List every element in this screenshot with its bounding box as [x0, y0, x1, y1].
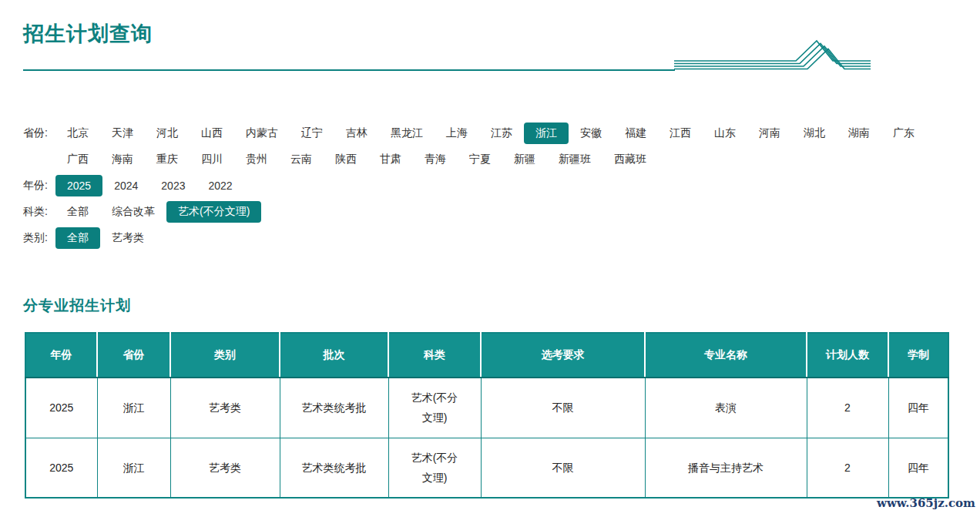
table-header-cell: 学制: [888, 333, 948, 378]
subject-option[interactable]: 全部: [55, 201, 100, 223]
watermark: www.365jz.com: [877, 496, 975, 510]
province-option[interactable]: 山西: [190, 123, 234, 144]
province-option[interactable]: 上海: [435, 123, 479, 144]
province-option[interactable]: 天津: [100, 123, 145, 144]
table-cell: 四年: [888, 378, 948, 438]
category-option-selected[interactable]: 全部: [55, 227, 100, 249]
section-title: 分专业招生计划: [23, 296, 131, 316]
province-option[interactable]: 西藏班: [602, 149, 658, 170]
province-options-line-1: 北京 天津 河北 山西 内蒙古 辽宁 吉林 黑龙江 上海 江苏 浙江 安徽 福建…: [55, 120, 949, 146]
table-header-cell: 计划人数: [807, 333, 888, 378]
table-header-cell: 选考要求: [481, 333, 645, 378]
table-header-cell: 省份: [97, 333, 170, 378]
table-cell: 表演: [645, 378, 807, 438]
subject-filter-label: 科类:: [23, 199, 55, 225]
admission-plan-table: 年份 省份 类别 批次 科类 选考要求 专业名称 计划人数 学制 2025 浙江…: [25, 332, 949, 499]
province-option[interactable]: 新疆班: [547, 149, 602, 170]
province-options-line-2: 广西 海南 重庆 四川 贵州 云南 陕西 甘肃 青海 宁夏 新疆 新疆班 西藏班: [55, 146, 949, 173]
table-cell: 2: [807, 438, 888, 498]
province-option[interactable]: 江苏: [479, 123, 524, 144]
province-option[interactable]: 新疆: [502, 149, 547, 170]
table-cell: 2025: [25, 378, 97, 438]
province-option-selected[interactable]: 浙江: [524, 123, 569, 144]
year-option[interactable]: 2023: [149, 175, 196, 196]
table-cell: 浙江: [97, 378, 170, 438]
province-option[interactable]: 河北: [145, 123, 190, 144]
province-option[interactable]: 福建: [613, 123, 658, 144]
table-cell: 艺术类统考批: [280, 378, 388, 438]
province-option[interactable]: 安徽: [569, 123, 613, 144]
province-option[interactable]: 江西: [658, 123, 703, 144]
year-option-selected[interactable]: 2025: [55, 175, 102, 196]
province-option[interactable]: 山东: [703, 123, 747, 144]
table-cell: 2025: [25, 438, 97, 498]
province-option[interactable]: 甘肃: [368, 149, 413, 170]
table-cell: 四年: [888, 438, 948, 498]
province-option[interactable]: 黑龙江: [379, 123, 435, 144]
province-option[interactable]: 宁夏: [458, 149, 502, 170]
year-option[interactable]: 2022: [196, 175, 243, 196]
year-filter-label: 年份:: [23, 173, 55, 199]
table-cell: 艺术(不分文理): [388, 378, 481, 438]
table-cell: 播音与主持艺术: [645, 438, 807, 498]
table-row: 2025 浙江 艺考类 艺术类统考批 艺术(不分文理) 不限 表演 2 四年: [25, 378, 948, 438]
subject-option[interactable]: 综合改革: [100, 201, 166, 223]
category-filter-label: 类别:: [23, 225, 55, 251]
province-option[interactable]: 湖北: [792, 123, 837, 144]
table-cell: 艺考类: [170, 378, 280, 438]
province-option[interactable]: 河南: [747, 123, 792, 144]
filter-panel: 省份: 北京 天津 河北 山西 内蒙古 辽宁 吉林 黑龙江 上海 江苏 浙江 安…: [23, 120, 957, 251]
table-cell: 艺术(不分文理): [388, 438, 481, 498]
year-option[interactable]: 2024: [102, 175, 149, 196]
province-option[interactable]: 陕西: [324, 149, 368, 170]
table-cell: 不限: [481, 438, 645, 498]
table-cell: 浙江: [97, 438, 170, 498]
category-option[interactable]: 艺考类: [100, 227, 156, 249]
table-header-cell: 类别: [170, 333, 280, 378]
province-filter-label: 省份:: [23, 120, 55, 146]
filter-row-province: 省份: 北京 天津 河北 山西 内蒙古 辽宁 吉林 黑龙江 上海 江苏 浙江 安…: [23, 120, 957, 173]
table-header-cell: 年份: [25, 333, 97, 378]
province-option[interactable]: 吉林: [334, 123, 379, 144]
province-option[interactable]: 广西: [55, 149, 100, 170]
table-header-cell: 批次: [280, 333, 388, 378]
table-cell: 艺术类统考批: [280, 438, 388, 498]
province-option[interactable]: 青海: [413, 149, 458, 170]
province-option[interactable]: 重庆: [145, 149, 190, 170]
filter-row-year: 年份: 2025 2024 2023 2022: [23, 173, 957, 199]
province-option[interactable]: 湖南: [837, 123, 881, 144]
table-header-cell: 科类: [388, 333, 481, 378]
province-option[interactable]: 海南: [100, 149, 145, 170]
table-cell: 不限: [481, 378, 645, 438]
province-option[interactable]: 辽宁: [290, 123, 334, 144]
province-option[interactable]: 北京: [55, 123, 100, 144]
decorative-wave-lines-icon: [23, 29, 871, 76]
subject-option-selected[interactable]: 艺术(不分文理): [166, 201, 261, 223]
province-option[interactable]: 云南: [279, 149, 324, 170]
filter-row-subject: 科类: 全部 综合改革 艺术(不分文理): [23, 199, 957, 225]
table-header-row: 年份 省份 类别 批次 科类 选考要求 专业名称 计划人数 学制: [25, 333, 948, 378]
table-cell: 艺考类: [170, 438, 280, 498]
filter-row-category: 类别: 全部 艺考类: [23, 225, 957, 251]
province-option[interactable]: 四川: [190, 149, 234, 170]
province-option[interactable]: 广东: [881, 123, 926, 144]
province-option[interactable]: 贵州: [234, 149, 279, 170]
table-cell: 2: [807, 378, 888, 438]
province-option[interactable]: 内蒙古: [234, 123, 290, 144]
table-row: 2025 浙江 艺考类 艺术类统考批 艺术(不分文理) 不限 播音与主持艺术 2…: [25, 438, 948, 498]
table-header-cell: 专业名称: [645, 333, 807, 378]
